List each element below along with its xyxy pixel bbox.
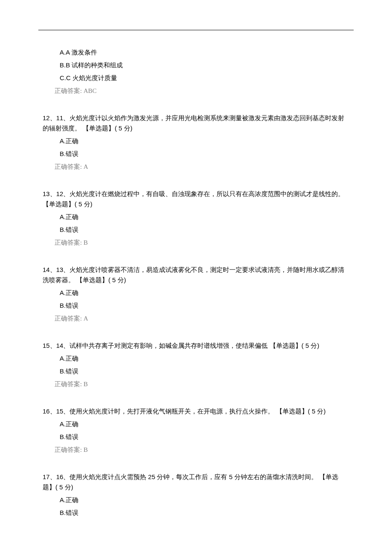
question-17-option-b: B.错误 [43, 508, 349, 518]
question-13-option-a: A.正确 [43, 212, 349, 222]
question-15-text: 15、14、试样中共存离子对测定有影响，如碱金属共存时谱线增强，使结果偏低 【单… [43, 341, 349, 351]
question-16-text: 16、15、使用火焰光度计时，先打开液化气钢瓶开关，在开电源，执行点火操作。 【… [43, 406, 349, 416]
question-12-text: 12、11、火焰光度计以火焰作为激发光源，并应用光电检测系统来测量被激发元素由激… [43, 113, 349, 133]
question-13-answer: 正确答案: B [43, 237, 349, 248]
question-15-answer: 正确答案: B [43, 379, 349, 389]
question-13: 13、12、火焰光度计在燃烧过程中，有自吸、自浊现象存在，所以只有在高浓度范围中… [43, 189, 349, 248]
question-13-option-b: B.错误 [43, 225, 349, 235]
question-16: 16、15、使用火焰光度计时，先打开液化气钢瓶开关，在开电源，执行点火操作。 【… [43, 406, 349, 455]
page-top-divider [38, 30, 354, 30]
answer-value: ABC [84, 87, 97, 94]
question-14-option-b: B.错误 [43, 301, 349, 311]
question-14-text: 14、13、火焰光度计喷雾器不清洁，易造成试液雾化不良，测定时一定要求试液清亮，… [43, 265, 349, 285]
answer-prefix: 正确答案: [55, 381, 82, 387]
question-11-option-c: C.C 火焰光度计质量 [43, 73, 349, 83]
question-17-text: 17、16、使用火焰光度计点火需预热 25 分钟，每次工作后，应有 5 分钟左右… [43, 472, 349, 492]
question-11-option-b: B.B 试样的种类和组成 [43, 60, 349, 70]
question-17: 17、16、使用火焰光度计点火需预热 25 分钟，每次工作后，应有 5 分钟左右… [43, 472, 349, 518]
question-11-answer: 正确答案: ABC [43, 86, 349, 96]
question-13-text: 13、12、火焰光度计在燃烧过程中，有自吸、自浊现象存在，所以只有在高浓度范围中… [43, 189, 349, 209]
answer-prefix: 正确答案: [55, 163, 82, 170]
answer-prefix: 正确答案: [55, 446, 82, 453]
question-15-option-a: A.正确 [43, 353, 349, 364]
question-14-answer: 正确答案: A [43, 313, 349, 324]
answer-prefix: 正确答案: [55, 315, 82, 322]
question-12-answer: 正确答案: A [43, 162, 349, 172]
question-14: 14、13、火焰光度计喷雾器不清洁，易造成试液雾化不良，测定时一定要求试液清亮，… [43, 265, 349, 324]
question-14-option-a: A.正确 [43, 288, 349, 298]
answer-value: B [84, 381, 88, 387]
question-15: 15、14、试样中共存离子对测定有影响，如碱金属共存时谱线增强，使结果偏低 【单… [43, 341, 349, 389]
question-12-option-a: A.正确 [43, 136, 349, 146]
question-16-option-a: A.正确 [43, 419, 349, 429]
answer-value: B [84, 239, 88, 246]
answer-value: A [84, 163, 88, 170]
answer-prefix: 正确答案: [55, 87, 82, 94]
question-16-answer: 正确答案: B [43, 445, 349, 455]
question-12: 12、11、火焰光度计以火焰作为激发光源，并应用光电检测系统来测量被激发元素由激… [43, 113, 349, 172]
question-15-option-b: B.错误 [43, 366, 349, 376]
question-17-option-a: A.正确 [43, 495, 349, 505]
question-11-partial: A.A 激发条件 B.B 试样的种类和组成 C.C 火焰光度计质量 正确答案: … [43, 47, 349, 96]
question-11-option-a: A.A 激发条件 [43, 47, 349, 58]
answer-value: B [84, 446, 88, 453]
question-12-option-b: B.错误 [43, 149, 349, 159]
answer-prefix: 正确答案: [55, 239, 82, 246]
answer-value: A [84, 315, 88, 322]
question-16-option-b: B.错误 [43, 432, 349, 442]
